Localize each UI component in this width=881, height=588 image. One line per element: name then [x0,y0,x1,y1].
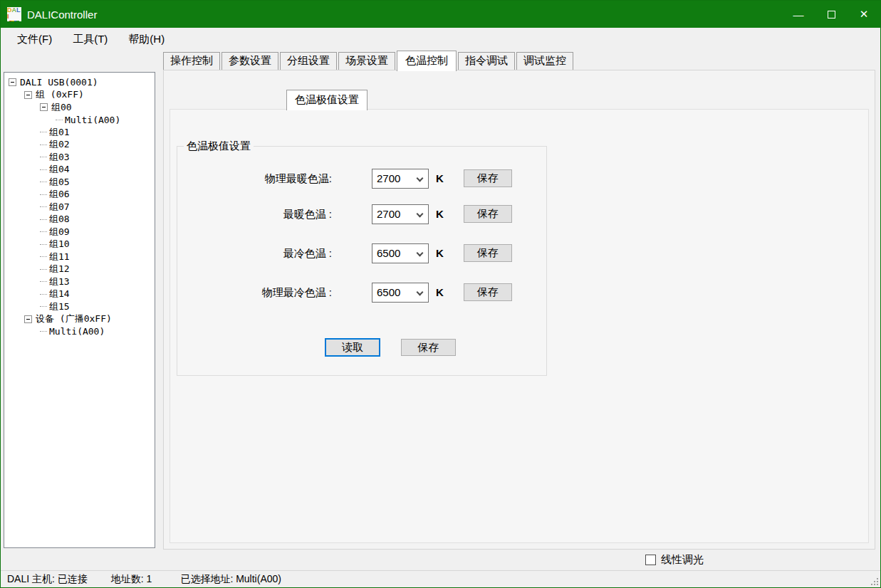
physical-coolest-combobox[interactable]: 6500 [372,283,429,303]
linear-dimming-label: 线性调光 [661,553,704,567]
resize-grip-icon[interactable] [869,576,878,585]
tree-node-label: 组12 [49,263,70,275]
tree-node-label: 组05 [49,176,70,189]
tab-grouping-settings[interactable]: 分组设置 [280,52,337,70]
save-all-button[interactable]: 保存 [401,339,456,356]
tab-debug-monitor[interactable]: 调试监控 [516,52,573,70]
tree-node-label: Multi(A00) [65,115,120,125]
combo-value: 6500 [377,286,400,298]
statusbar: DALI 主机: 已连接 地址数: 1 已选择地址: Multi(A00) [1,570,880,587]
collapse-icon[interactable] [24,315,32,323]
tree-node-device-broadcast[interactable]: 设备 (广播0xFF) [4,313,155,326]
tree-node-group05[interactable]: 组05 [4,176,155,189]
tree-node-group-root[interactable]: 组 (0xFF) [4,89,155,102]
warmest-save-button[interactable]: 保存 [464,205,512,223]
subtab-color-temp-extremes[interactable]: 色温极值设置 [286,90,367,110]
window-title: DALIController [27,9,97,21]
tree-node-group12[interactable]: 组12 [4,263,155,276]
tab-operation-control[interactable]: 操作控制 [163,52,220,70]
combo-value: 2700 [377,172,400,184]
collapse-icon[interactable] [9,78,16,86]
titlebar: DALI DALIController — ✕ [1,1,880,28]
tree-node-group15[interactable]: 组15 [4,300,155,313]
tree-node-group11[interactable]: 组11 [4,251,155,263]
read-button[interactable]: 读取 [325,338,380,357]
tab-parameter-settings[interactable]: 参数设置 [221,52,278,70]
tree-node-label: DALI USB(0001) [20,77,98,88]
tree-node-group06[interactable]: 组06 [4,189,155,201]
tree-node-group13[interactable]: 组13 [4,275,155,288]
tree-connector [40,231,47,232]
tab-command-debug[interactable]: 指令调试 [458,52,515,70]
tree-node-label: 组01 [49,126,70,139]
menu-file[interactable]: 文件(F) [9,30,60,49]
device-tree: DALI USB(0001) 组 (0xFF) 组00 Multi(A00) 组… [4,72,155,548]
groupbox-title: 色温极值设置 [184,140,254,152]
tree-connector [40,294,47,295]
tree-node-group09[interactable]: 组09 [4,226,155,238]
warmest-combobox[interactable]: 2700 [372,204,429,224]
tree-node-group10[interactable]: 组10 [4,238,155,251]
tree-node-group03[interactable]: 组03 [4,151,155,164]
physical-warmest-row: 物理最暖色温: 2700 K 保存 [177,169,547,189]
tree-connector [40,169,47,170]
tree-node-group01[interactable]: 组01 [4,126,155,139]
logo-color-strip [9,21,19,21]
window-controls: — ✕ [782,1,880,28]
tab-scene-settings[interactable]: 场景设置 [338,52,395,70]
tree-node-group08[interactable]: 组08 [4,214,155,226]
close-icon[interactable]: ✕ [848,1,880,28]
collapse-icon[interactable] [40,103,48,111]
tree-connector [40,269,47,270]
tree-node-dali-usb[interactable]: DALI USB(0001) [4,76,155,89]
tree-node-label: Multi(A00) [49,326,105,337]
tree-node-label: 组 (0xFF) [36,88,84,101]
maximize-icon[interactable] [815,1,848,28]
physical-coolest-row: 物理最冷色温 : 6500 K 保存 [177,283,547,303]
tree-node-group02[interactable]: 组02 [4,139,155,152]
kelvin-unit-label: K [436,169,444,189]
maximize-glyph [828,11,835,19]
coolest-save-button[interactable]: 保存 [464,244,512,262]
physical-coolest-save-button[interactable]: 保存 [464,283,512,301]
status-selected-address: 已选择地址: Multi(A00) [180,573,281,586]
physical-warmest-combobox[interactable]: 2700 [372,169,429,189]
tree-connector [40,182,47,182]
tree-node-group07[interactable]: 组07 [4,201,155,214]
tree-connector [40,244,47,245]
tree-connector [40,132,47,132]
tree-connector [40,145,47,145]
tree-connector [40,194,47,195]
tree-node-group00[interactable]: 组00 [4,101,155,114]
coolest-combobox[interactable]: 6500 [372,243,429,263]
tree-connector [40,256,47,257]
coolest-row: 最冷色温 : 6500 K 保存 [177,243,547,263]
tree-node-label: 组09 [49,226,70,238]
tree-node-label: 组10 [49,238,70,251]
collapse-icon[interactable] [24,91,32,99]
linear-dimming-checkbox[interactable] [645,555,656,565]
tree-node-label: 组14 [49,288,70,300]
tree-node-multi-a00-2[interactable]: Multi(A00) [4,325,155,338]
linear-dimming-option: 线性调光 [645,553,704,567]
kelvin-unit-label: K [436,283,444,303]
tree-node-label: 组06 [49,188,70,201]
minimize-icon[interactable]: — [782,1,815,28]
menubar: 文件(F) 工具(T) 帮助(H) [1,28,881,51]
tree-node-multi-a00[interactable]: Multi(A00) [4,114,155,127]
tree-node-label: 组02 [49,138,70,151]
tree-node-group04[interactable]: 组04 [4,164,155,177]
tab-color-temp-control[interactable]: 色温控制 [397,51,457,71]
physical-warmest-label: 物理最暖色温: [177,169,332,189]
tree-connector [40,206,47,207]
tree-node-group14[interactable]: 组14 [4,288,155,301]
physical-warmest-save-button[interactable]: 保存 [464,169,512,187]
menu-tools[interactable]: 工具(T) [65,30,115,49]
tree-connector [40,219,47,220]
menu-help[interactable]: 帮助(H) [120,30,172,49]
color-temp-extremes-groupbox: 色温极值设置 物理最暖色温: 2700 K 保存 最暖色温 : 2700 K 保… [177,140,547,376]
tree-node-label: 组00 [51,101,72,114]
tree-connector [40,331,47,332]
tree-node-label: 设备 (广播0xFF) [36,313,112,325]
tree-connector [56,120,63,120]
